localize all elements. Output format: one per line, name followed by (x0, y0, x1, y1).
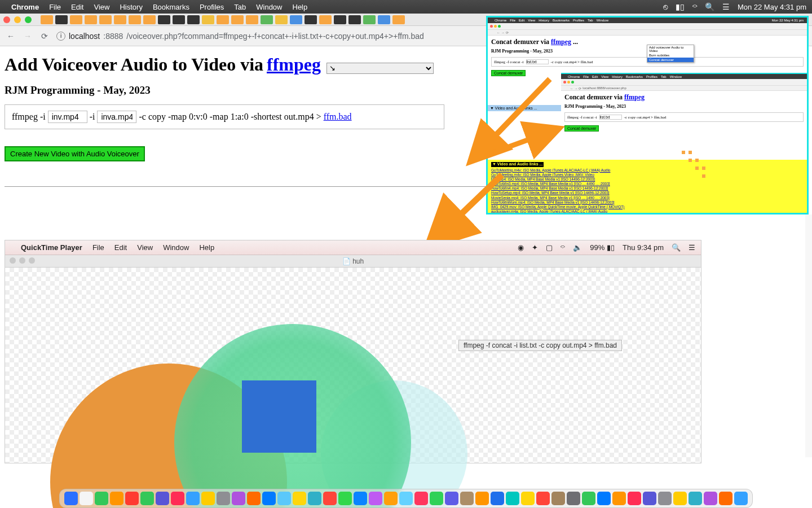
control-center-icon[interactable]: ☰ (722, 2, 730, 11)
mini-link-ffmpeg[interactable]: ffmpeg (551, 38, 571, 46)
dock-app-icon[interactable] (536, 492, 550, 505)
menu-edit[interactable]: Edit (71, 3, 83, 11)
dd-item-subtitles[interactable]: Burn subtitles (647, 53, 694, 58)
dock-app-icon[interactable] (628, 492, 641, 505)
dock-app-icon[interactable] (399, 492, 413, 505)
tab-icon[interactable] (392, 15, 405, 24)
airplay-icon[interactable]: ▢ (546, 243, 553, 252)
window-minimize-icon[interactable] (14, 16, 21, 23)
tab-icon[interactable] (129, 15, 141, 24)
bluetooth-icon[interactable]: ⎋ (663, 2, 668, 11)
dock-app-icon[interactable] (125, 492, 139, 505)
qt-clock[interactable]: Thu 9:34 pm (623, 243, 664, 252)
scrollbar[interactable] (805, 214, 812, 457)
tab-icon[interactable] (114, 15, 126, 24)
dd-item-voiceover[interactable]: Add voiceover Audio to Video (647, 45, 694, 53)
dock-app-icon[interactable] (217, 492, 230, 505)
nested-input[interactable] (599, 115, 622, 120)
dock-app-icon[interactable] (475, 492, 489, 505)
menu-bookmarks[interactable]: Bookmarks (153, 3, 189, 11)
menu-window[interactable]: Window (256, 3, 282, 11)
spotlight-icon[interactable]: 🔍 (672, 243, 681, 252)
title-link-ffmpeg[interactable]: ffmpeg (267, 54, 321, 75)
dock-app-icon[interactable] (338, 492, 352, 505)
tab-icon[interactable] (246, 15, 258, 24)
tab-icon[interactable] (363, 15, 376, 24)
menu-history[interactable]: History (120, 3, 142, 11)
forward-button[interactable]: → (23, 32, 33, 41)
dock-app-icon[interactable] (445, 492, 458, 505)
dock-app-icon[interactable] (323, 492, 337, 505)
qt-canvas[interactable]: ffmpeg -f concat -i list.txt -c copy out… (5, 268, 701, 463)
volume-icon[interactable]: 🔈 (573, 243, 582, 252)
dock-app-icon[interactable] (612, 492, 626, 505)
tab-icon[interactable] (70, 15, 82, 24)
tab-icon[interactable] (187, 15, 200, 24)
window-zoom-icon[interactable] (25, 16, 32, 23)
dock-app-icon[interactable] (293, 492, 306, 505)
dock-app-icon[interactable] (658, 492, 672, 505)
address-bar[interactable]: i localhost:8888/voiceover.php?fcommand=… (56, 32, 440, 41)
dock-app-icon[interactable] (734, 492, 748, 505)
dock-app-icon[interactable] (247, 492, 261, 505)
menubar-app[interactable]: Chrome (11, 3, 39, 11)
qt-menu-file[interactable]: File (92, 243, 104, 252)
dock-app-icon[interactable] (719, 492, 732, 505)
dock-app-icon[interactable] (354, 492, 367, 505)
tab-icon[interactable] (319, 15, 332, 24)
create-video-button[interactable]: Create New Video with Audio Voiceover (5, 146, 145, 161)
window-minimize-icon[interactable] (19, 257, 25, 264)
dock-app-icon[interactable] (384, 492, 398, 505)
tab-icon[interactable] (378, 15, 390, 24)
dock-app-icon[interactable] (277, 492, 291, 505)
dock-app-icon[interactable] (491, 492, 504, 505)
nested-link-ffmpeg[interactable]: ffmpeg (624, 93, 645, 101)
mini-blue-summary[interactable]: ▼ Video and Audio links ... (488, 105, 561, 111)
dock-app-icon[interactable] (171, 492, 184, 505)
dock-app-icon[interactable] (186, 492, 200, 505)
dock-app-icon[interactable] (643, 492, 656, 505)
window-zoom-icon[interactable] (29, 257, 35, 264)
tab-icon[interactable] (143, 15, 156, 24)
window-close-icon[interactable] (3, 16, 10, 23)
battery-icon[interactable]: ▮▯ (676, 2, 685, 11)
qt-menu-view[interactable]: View (137, 243, 153, 252)
dock-app-icon[interactable] (551, 492, 565, 505)
cmd-input-audio[interactable] (97, 111, 136, 123)
window-close-icon[interactable] (10, 257, 16, 264)
reload-button[interactable]: ⟳ (39, 32, 50, 41)
tab-icon[interactable] (348, 15, 361, 24)
avast-icon[interactable]: ✦ (532, 243, 538, 252)
tab-icon[interactable] (99, 15, 112, 24)
dock-app-icon[interactable] (521, 492, 535, 505)
menu-profiles[interactable]: Profiles (200, 3, 224, 11)
cmd-input-video[interactable] (48, 111, 87, 123)
dock-app-icon[interactable] (232, 492, 245, 505)
tab-icon[interactable] (173, 15, 185, 24)
dock-app-icon[interactable] (110, 492, 123, 505)
dock-app-icon[interactable] (689, 492, 702, 505)
tab-icon[interactable] (334, 15, 346, 24)
tab-icon[interactable] (304, 15, 317, 24)
menubar-clock[interactable]: Mon 22 May 4:31 pm (738, 3, 806, 11)
qt-battery[interactable]: 99% ▮▯ (590, 243, 615, 252)
tab-icon[interactable] (202, 15, 214, 24)
title-dropdown[interactable]: ↘ (326, 63, 434, 74)
dock-app-icon[interactable] (430, 492, 443, 505)
qt-menu-window[interactable]: Window (163, 243, 189, 252)
tab-icon[interactable] (41, 15, 53, 24)
dock-app-icon[interactable] (95, 492, 108, 505)
menu-file[interactable]: File (49, 3, 61, 11)
mini-concat-button[interactable]: Concat demuxer (491, 70, 526, 76)
list-icon[interactable]: ☰ (689, 243, 695, 252)
dock-app-icon[interactable] (80, 492, 93, 505)
record-icon[interactable]: ◉ (518, 243, 524, 252)
dock-app-icon[interactable] (262, 492, 276, 505)
wifi-icon[interactable]: ⌔ (692, 2, 697, 11)
tab-icon[interactable] (261, 15, 273, 24)
tab-icon[interactable] (85, 15, 97, 24)
dock-app-icon[interactable] (156, 492, 169, 505)
back-button[interactable]: ← (6, 32, 16, 41)
tab-icon[interactable] (231, 15, 244, 24)
qt-menu-help[interactable]: Help (199, 243, 214, 252)
